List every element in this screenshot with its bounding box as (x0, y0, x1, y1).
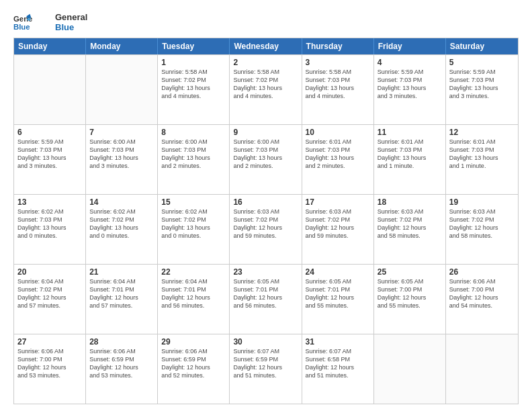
day-number: 29 (161, 337, 226, 347)
day-number: 7 (89, 128, 154, 137)
day-info: Sunrise: 6:05 AM Sunset: 7:01 PM Dayligh… (306, 277, 370, 310)
calendar-cell: 1Sunrise: 5:58 AM Sunset: 7:02 PM Daylig… (158, 55, 230, 124)
day-number: 23 (233, 267, 298, 277)
logo-general: General (55, 12, 87, 22)
day-number: 13 (17, 197, 82, 207)
day-number: 30 (233, 337, 298, 347)
weekday-header-sunday: Sunday (14, 38, 86, 54)
calendar-cell: 2Sunrise: 5:58 AM Sunset: 7:02 PM Daylig… (230, 55, 302, 124)
calendar-body: 1Sunrise: 5:58 AM Sunset: 7:02 PM Daylig… (14, 54, 518, 404)
logo: General Blue General Blue (13, 12, 87, 32)
day-number: 19 (449, 197, 515, 207)
day-info: Sunrise: 6:00 AM Sunset: 7:03 PM Dayligh… (89, 138, 154, 171)
calendar-cell (14, 55, 86, 124)
day-info: Sunrise: 6:00 AM Sunset: 7:03 PM Dayligh… (233, 138, 298, 171)
calendar-cell (446, 334, 518, 404)
day-info: Sunrise: 5:58 AM Sunset: 7:03 PM Dayligh… (306, 68, 370, 101)
calendar-cell: 14Sunrise: 6:02 AM Sunset: 7:02 PM Dayli… (86, 195, 158, 264)
day-number: 31 (306, 337, 370, 347)
calendar-cell: 28Sunrise: 6:06 AM Sunset: 6:59 PM Dayli… (86, 334, 158, 404)
calendar-cell: 9Sunrise: 6:00 AM Sunset: 7:03 PM Daylig… (230, 125, 302, 194)
day-info: Sunrise: 6:02 AM Sunset: 7:02 PM Dayligh… (161, 208, 226, 240)
day-number: 6 (17, 128, 82, 137)
calendar-cell: 16Sunrise: 6:03 AM Sunset: 7:02 PM Dayli… (230, 195, 302, 264)
day-number: 15 (161, 197, 226, 207)
calendar-cell: 13Sunrise: 6:02 AM Sunset: 7:03 PM Dayli… (14, 195, 86, 264)
day-number: 8 (161, 128, 226, 137)
day-info: Sunrise: 6:06 AM Sunset: 6:59 PM Dayligh… (89, 347, 154, 380)
day-info: Sunrise: 6:02 AM Sunset: 7:02 PM Dayligh… (89, 208, 154, 240)
calendar-cell: 23Sunrise: 6:05 AM Sunset: 7:01 PM Dayli… (230, 265, 302, 334)
day-number: 26 (449, 267, 515, 277)
calendar-cell: 17Sunrise: 6:03 AM Sunset: 7:02 PM Dayli… (302, 195, 374, 264)
calendar-row-4: 20Sunrise: 6:04 AM Sunset: 7:02 PM Dayli… (14, 264, 518, 334)
day-info: Sunrise: 6:04 AM Sunset: 7:01 PM Dayligh… (161, 277, 226, 310)
calendar-cell: 21Sunrise: 6:04 AM Sunset: 7:01 PM Dayli… (86, 265, 158, 334)
calendar-cell: 3Sunrise: 5:58 AM Sunset: 7:03 PM Daylig… (302, 55, 374, 124)
page: General Blue General Blue SundayMondayTu… (0, 0, 532, 411)
calendar-header: SundayMondayTuesdayWednesdayThursdayFrid… (14, 38, 518, 54)
day-info: Sunrise: 6:00 AM Sunset: 7:03 PM Dayligh… (161, 138, 226, 171)
weekday-header-wednesday: Wednesday (230, 38, 302, 54)
calendar-cell: 10Sunrise: 6:01 AM Sunset: 7:03 PM Dayli… (302, 125, 374, 194)
calendar-cell: 19Sunrise: 6:03 AM Sunset: 7:02 PM Dayli… (446, 195, 518, 264)
day-info: Sunrise: 6:03 AM Sunset: 7:02 PM Dayligh… (378, 208, 442, 240)
weekday-header-monday: Monday (86, 38, 158, 54)
day-info: Sunrise: 5:59 AM Sunset: 7:03 PM Dayligh… (449, 68, 515, 101)
day-number: 3 (306, 58, 370, 67)
day-number: 14 (89, 197, 154, 207)
weekday-header-thursday: Thursday (302, 38, 374, 54)
day-number: 18 (378, 197, 442, 207)
weekday-header-friday: Friday (374, 38, 446, 54)
calendar-cell: 4Sunrise: 5:59 AM Sunset: 7:03 PM Daylig… (374, 55, 446, 124)
calendar-cell: 7Sunrise: 6:00 AM Sunset: 7:03 PM Daylig… (86, 125, 158, 194)
day-number: 21 (89, 267, 154, 277)
calendar-cell: 15Sunrise: 6:02 AM Sunset: 7:02 PM Dayli… (158, 195, 230, 264)
logo-blue: Blue (55, 22, 87, 32)
calendar-cell: 22Sunrise: 6:04 AM Sunset: 7:01 PM Dayli… (158, 265, 230, 334)
day-number: 1 (161, 58, 226, 67)
day-number: 27 (17, 337, 82, 347)
calendar-row-3: 13Sunrise: 6:02 AM Sunset: 7:03 PM Dayli… (14, 194, 518, 264)
day-number: 17 (306, 197, 370, 207)
calendar-cell: 25Sunrise: 6:05 AM Sunset: 7:00 PM Dayli… (374, 265, 446, 334)
day-info: Sunrise: 6:06 AM Sunset: 6:59 PM Dayligh… (161, 347, 226, 380)
day-info: Sunrise: 6:06 AM Sunset: 7:00 PM Dayligh… (17, 347, 82, 380)
calendar-cell: 18Sunrise: 6:03 AM Sunset: 7:02 PM Dayli… (374, 195, 446, 264)
day-info: Sunrise: 6:01 AM Sunset: 7:03 PM Dayligh… (378, 138, 442, 171)
day-number: 4 (378, 58, 442, 67)
calendar-cell: 26Sunrise: 6:06 AM Sunset: 7:00 PM Dayli… (446, 265, 518, 334)
calendar-cell: 20Sunrise: 6:04 AM Sunset: 7:02 PM Dayli… (14, 265, 86, 334)
day-info: Sunrise: 5:58 AM Sunset: 7:02 PM Dayligh… (161, 68, 226, 101)
day-info: Sunrise: 5:58 AM Sunset: 7:02 PM Dayligh… (233, 68, 298, 101)
day-info: Sunrise: 6:06 AM Sunset: 7:00 PM Dayligh… (449, 277, 515, 310)
day-number: 22 (161, 267, 226, 277)
calendar-cell: 8Sunrise: 6:00 AM Sunset: 7:03 PM Daylig… (158, 125, 230, 194)
day-number: 24 (306, 267, 370, 277)
day-info: Sunrise: 6:02 AM Sunset: 7:03 PM Dayligh… (17, 208, 82, 240)
day-number: 25 (378, 267, 442, 277)
calendar-row-5: 27Sunrise: 6:06 AM Sunset: 7:00 PM Dayli… (14, 334, 518, 404)
day-info: Sunrise: 6:05 AM Sunset: 7:01 PM Dayligh… (233, 277, 298, 310)
day-info: Sunrise: 5:59 AM Sunset: 7:03 PM Dayligh… (378, 68, 442, 101)
day-info: Sunrise: 6:03 AM Sunset: 7:02 PM Dayligh… (306, 208, 370, 240)
calendar-cell: 11Sunrise: 6:01 AM Sunset: 7:03 PM Dayli… (374, 125, 446, 194)
day-info: Sunrise: 6:07 AM Sunset: 6:59 PM Dayligh… (233, 347, 298, 380)
day-number: 5 (449, 58, 515, 67)
day-info: Sunrise: 6:04 AM Sunset: 7:01 PM Dayligh… (89, 277, 154, 310)
logo-icon: General Blue (13, 13, 32, 32)
day-number: 28 (89, 337, 154, 347)
day-number: 16 (233, 197, 298, 207)
day-info: Sunrise: 6:01 AM Sunset: 7:03 PM Dayligh… (449, 138, 515, 171)
calendar-row-2: 6Sunrise: 5:59 AM Sunset: 7:03 PM Daylig… (14, 124, 518, 194)
day-info: Sunrise: 5:59 AM Sunset: 7:03 PM Dayligh… (17, 138, 82, 171)
calendar-cell: 5Sunrise: 5:59 AM Sunset: 7:03 PM Daylig… (446, 55, 518, 124)
day-number: 2 (233, 58, 298, 67)
day-info: Sunrise: 6:03 AM Sunset: 7:02 PM Dayligh… (233, 208, 298, 240)
day-info: Sunrise: 6:03 AM Sunset: 7:02 PM Dayligh… (449, 208, 515, 240)
day-number: 12 (449, 128, 515, 137)
day-number: 9 (233, 128, 298, 137)
calendar-cell: 6Sunrise: 5:59 AM Sunset: 7:03 PM Daylig… (14, 125, 86, 194)
calendar-row-1: 1Sunrise: 5:58 AM Sunset: 7:02 PM Daylig… (14, 54, 518, 124)
day-number: 10 (306, 128, 370, 137)
